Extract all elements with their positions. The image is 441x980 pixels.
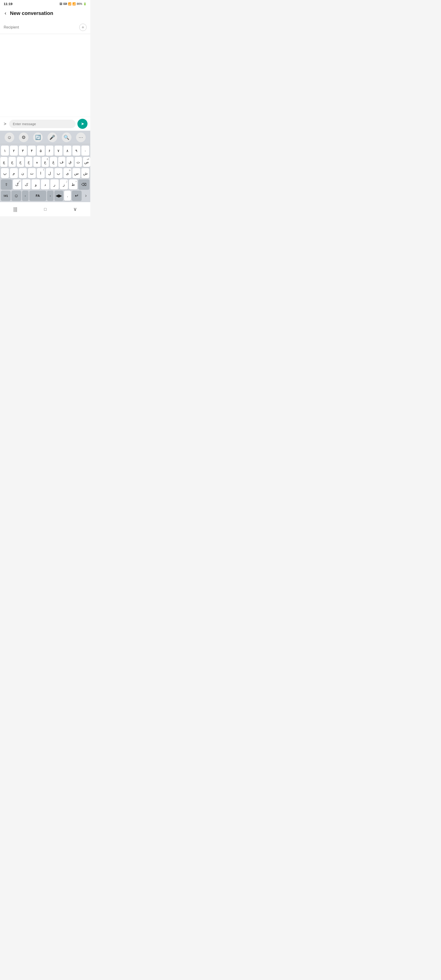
key-fe[interactable]: ف [58, 157, 65, 167]
add-recipient-button[interactable]: + [79, 24, 87, 31]
key-7[interactable]: ۷ [54, 146, 62, 156]
key-be[interactable]: ب [54, 168, 62, 178]
key-lam[interactable]: ل [46, 168, 54, 178]
status-time: 11:19 [4, 2, 13, 6]
keyboard-row-3: پ م ن ت آا ل ب ئی س ش [1, 168, 89, 178]
status-icons: 🖼 ⌨ 📶 📶 86% 🔋 [59, 2, 87, 5]
key-zad[interactable]: ذظ [69, 179, 77, 189]
recent-apps-button[interactable]: ||| [8, 205, 23, 213]
signal-icon: 📶 [72, 2, 76, 5]
message-area [0, 34, 90, 117]
key-nun[interactable]: ن [19, 168, 27, 178]
shift-key[interactable]: ⇧ [1, 179, 12, 189]
recipient-input[interactable] [4, 25, 79, 29]
key-che[interactable]: چ [0, 157, 8, 167]
key-qaf[interactable]: ق [66, 157, 74, 167]
keyboard: ۱ ۲ ۳ ۴ ۵ ۶ ۷ ۸ ۹ ۰ چ ج ح خ ه عع غ ف ق ث… [0, 144, 90, 189]
symbol-key[interactable]: !#1 [1, 191, 11, 201]
settings-toolbar-button[interactable]: ⚙ [19, 132, 29, 142]
photo-icon: 🖼 [59, 2, 62, 5]
key-sad[interactable]: ضص [83, 157, 90, 167]
key-8[interactable]: ۸ [64, 146, 72, 156]
key-sin[interactable]: س [72, 168, 80, 178]
key-ye[interactable]: ئی [64, 168, 72, 178]
key-3[interactable]: ۳ [19, 146, 27, 156]
key-khe[interactable]: خ [25, 157, 32, 167]
navigation-bar: ||| □ ∨ [0, 202, 90, 216]
key-kaf[interactable]: ک [22, 179, 31, 189]
key-5[interactable]: ۵ [37, 146, 45, 156]
message-input-bar: > ➤ [0, 117, 90, 131]
language-key[interactable]: FA [29, 191, 46, 201]
header: ‹ New conversation [0, 7, 90, 21]
keyboard-row-numbers: ۱ ۲ ۳ ۴ ۵ ۶ ۷ ۸ ۹ ۰ [1, 146, 89, 156]
key-se[interactable]: ث [75, 157, 82, 167]
key-he[interactable]: ح [17, 157, 24, 167]
message-input[interactable] [9, 120, 76, 128]
key-9[interactable]: ۹ [72, 146, 80, 156]
mic-toolbar-button[interactable]: 🎤 [48, 132, 57, 142]
key-dal[interactable]: د [41, 179, 49, 189]
battery-icon: 🔋 [83, 2, 87, 5]
keyboard-icon: ⌨ [63, 2, 67, 5]
keyboard-row-4: ⇧ کگ ک و د ر ژز ذظ ⌫ [1, 179, 89, 189]
search-toolbar-button[interactable]: 🔍 [62, 132, 72, 142]
recipient-row: + [0, 21, 90, 34]
key-mim[interactable]: م [10, 168, 18, 178]
key-ha[interactable]: ه [33, 157, 41, 167]
key-ghayn[interactable]: غ [50, 157, 57, 167]
direction-key[interactable]: ◀▶ [54, 191, 63, 201]
page-title: New conversation [10, 10, 53, 16]
key-gaf[interactable]: کگ [13, 179, 21, 189]
key-je[interactable]: ج [8, 157, 16, 167]
send-button[interactable]: ➤ [77, 119, 88, 129]
key-6[interactable]: ۶ [46, 146, 54, 156]
key-4[interactable]: ۴ [28, 146, 36, 156]
key-0[interactable]: ۰ [81, 146, 89, 156]
key-vav[interactable]: و [32, 179, 40, 189]
keyboard-row-2: چ ج ح خ ه عع غ ف ق ث ضص [1, 157, 89, 167]
key-ze[interactable]: ژز [60, 179, 68, 189]
expand-button[interactable]: > [3, 120, 7, 127]
key-re[interactable]: ر [50, 179, 59, 189]
keyboard-toolbar: ☺ ⚙ 🔄 🎤 🔍 ⋯ [0, 131, 90, 144]
key-eyn[interactable]: عع [41, 157, 49, 167]
key-te[interactable]: ت [28, 168, 36, 178]
emoji-key[interactable]: ☺ [11, 191, 21, 201]
battery-label: 86% [77, 2, 82, 5]
keyboard-expand-button[interactable]: › [83, 191, 89, 201]
key-alef[interactable]: آا [37, 168, 45, 178]
keyboard-bottom-row: !#1 ☺ ‹ FA › ◀▶ . ↵ › [0, 189, 90, 202]
status-bar: 11:19 🖼 ⌨ 📶 📶 86% 🔋 [0, 0, 90, 7]
key-2[interactable]: ۲ [10, 146, 18, 156]
backspace-key[interactable]: ⌫ [78, 179, 89, 189]
emoji-toolbar-button[interactable]: ☺ [5, 132, 14, 142]
back-button[interactable]: ‹ [4, 10, 7, 17]
send-icon: ➤ [81, 121, 84, 126]
back-nav-button[interactable]: ∨ [68, 205, 83, 213]
more-toolbar-button[interactable]: ⋯ [76, 132, 86, 142]
wifi-icon: 📶 [68, 2, 72, 5]
enter-key[interactable]: ↵ [72, 191, 81, 201]
key-pe[interactable]: پ [1, 168, 9, 178]
translate-toolbar-button[interactable]: 🔄 [33, 132, 43, 142]
key-shin[interactable]: ش [81, 168, 89, 178]
arrow-right-key[interactable]: › [47, 191, 54, 201]
key-1[interactable]: ۱ [1, 146, 9, 156]
arrow-left-key[interactable]: ‹ [22, 191, 29, 201]
home-button[interactable]: □ [38, 205, 52, 213]
period-key[interactable]: . [64, 191, 71, 201]
